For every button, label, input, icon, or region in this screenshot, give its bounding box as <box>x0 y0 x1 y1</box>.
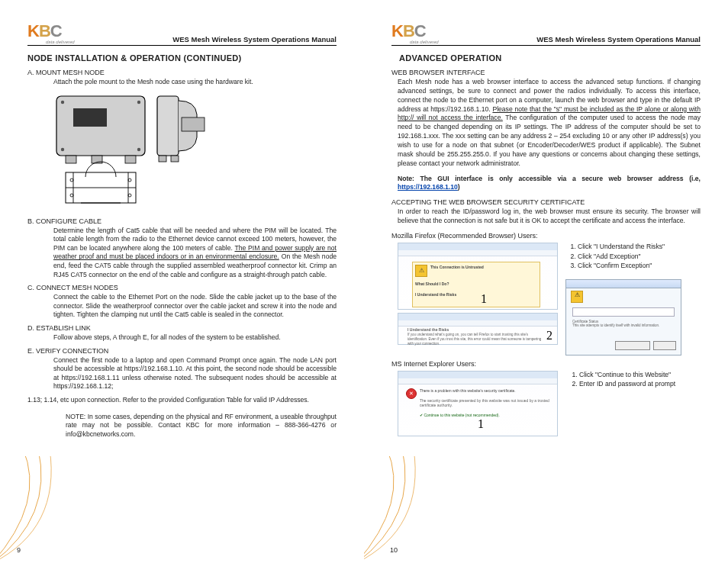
page-number-left: 9 <box>17 546 21 554</box>
ie-row: ✕ There is a problem with this website's… <box>398 371 701 436</box>
logo-c-r: C <box>414 21 426 40</box>
shield-error-icon: ✕ <box>406 388 417 399</box>
svg-point-16 <box>70 194 73 197</box>
svg-point-17 <box>128 194 131 197</box>
firefox-row: ⚠ This Connection is Untrusted What Shou… <box>398 243 701 355</box>
svg-point-3 <box>137 100 140 103</box>
step-a-label: A. MOUNT MESH NODE <box>27 69 337 76</box>
warning-icon: ⚠ <box>415 265 427 277</box>
firefox-screenshot-2: I Understand the Risks If you understand… <box>398 313 558 345</box>
para-web-interface: Each Mesh node has a web browser interfa… <box>398 78 701 169</box>
subhead-certificate: ACCEPTING THE WEB BROWSER SECURITY CERTI… <box>391 198 701 206</box>
header-rule <box>27 45 337 46</box>
ie-screenshot: ✕ There is a problem with this website's… <box>398 371 558 436</box>
ie-steps: Click "Continue to this Website" Enter I… <box>567 371 701 389</box>
svg-point-14 <box>70 179 73 182</box>
page-left: KBC data delivered WES Mesh Wireless Sys… <box>0 0 364 563</box>
step-b-body: Determine the length of Cat5 cable that … <box>53 227 337 280</box>
svg-rect-6 <box>66 156 76 163</box>
ff-step-1: Click "I Understand the Risks" <box>578 243 701 252</box>
gui-note: Note: The GUI interface is only accessib… <box>398 175 701 193</box>
svg-rect-12 <box>171 156 179 162</box>
step-c-body: Connect the cable to the Ethernet Port o… <box>53 293 337 320</box>
warning-icon-dialog: ⚠ <box>571 291 583 303</box>
svg-point-15 <box>128 179 131 182</box>
gui-note-post: ) <box>458 183 460 191</box>
section-heading-left: NODE INSTALLATION & OPERATION (CONTINUED… <box>27 53 337 63</box>
step-e-tail: 1.13; 1.14, etc upon connection. Refer t… <box>27 396 337 405</box>
section-heading-right: ADVANCED OPERATION <box>399 53 701 63</box>
callout-2: 2 <box>546 329 552 343</box>
firefox-screenshot-1: ⚠ This Connection is Untrusted What Shou… <box>398 243 558 310</box>
ie-label: MS Internet Explorer Users: <box>391 360 701 368</box>
ie-step-2: Enter ID and password at prompt <box>579 380 701 389</box>
subhead-web-interface: WEB BROWSER INTERFACE <box>391 69 701 76</box>
ie-step-1: Click "Continue to this Website" <box>579 371 701 380</box>
ff-step-2: Click "Add Exception" <box>578 253 701 262</box>
para-certificate: In order to reach the ID/password log in… <box>398 208 701 226</box>
step-d-body: Follow above steps, A through E, for all… <box>53 333 337 343</box>
footer-swoosh-left <box>0 456 92 563</box>
firefox-steps: Click "I Understand the Risks" Click "Ad… <box>565 243 701 272</box>
svg-point-5 <box>137 147 140 150</box>
gui-note-link[interactable]: https://192.168.1.10 <box>398 183 458 191</box>
dialog-button <box>653 341 676 350</box>
firefox-dialog-screenshot: ⚠ Certificate StatusThis site attempts t… <box>565 279 681 355</box>
ff-step-3: Click "Confirm Exception" <box>578 262 701 271</box>
logo-b-r: B <box>403 21 414 40</box>
footer-swoosh-right <box>364 456 456 563</box>
ie-steps-col: Click "Continue to this Website" Enter I… <box>567 371 701 436</box>
callout-1: 1 <box>481 292 487 306</box>
page-number-right: 10 <box>390 546 398 554</box>
logo-text-r: KBC <box>391 21 426 41</box>
mount-diagram <box>50 92 218 210</box>
logo-text: KBC <box>27 21 62 41</box>
callout-ie-1: 1 <box>478 417 484 431</box>
step-a-body: Attach the pole mount to the Mesh node c… <box>53 78 337 87</box>
svg-point-4 <box>61 147 64 150</box>
page-spread: KBC data delivered WES Mesh Wireless Sys… <box>0 0 728 563</box>
step-b-label: B. CONFIGURE CABLE <box>27 217 337 225</box>
page-right: KBC data delivered WES Mesh Wireless Sys… <box>364 0 728 563</box>
firefox-steps-col: Click "I Understand the Risks" Click "Ad… <box>565 243 701 355</box>
firefox-shots-col: ⚠ This Connection is Untrusted What Shou… <box>398 243 558 355</box>
svg-rect-10 <box>182 117 205 131</box>
svg-rect-1 <box>73 108 107 127</box>
dialog-button <box>615 341 650 350</box>
logo-b: B <box>39 21 50 40</box>
step-e-body: Connect the first node to a laptop and o… <box>53 356 337 391</box>
left-note: NOTE: In some cases, depending on the ph… <box>66 413 337 439</box>
step-d-label: D. ESTABLISH LINK <box>27 324 337 332</box>
logo-k-r: K <box>391 21 403 40</box>
svg-rect-8 <box>125 156 136 163</box>
step-c-label: C. CONNECT MESH NODES <box>27 284 337 291</box>
logo-k: K <box>27 21 39 40</box>
gui-note-pre: Note: The GUI interface is only accessib… <box>398 175 701 182</box>
step-e-label: E. VERIFY CONNECTION <box>27 347 337 355</box>
p1-post: The configuration of the computer used t… <box>398 114 701 166</box>
ff-screenshot-title: This Connection is Untrusted <box>430 265 484 277</box>
ff-line1: What Should I Do? <box>415 282 537 286</box>
svg-rect-9 <box>157 96 179 156</box>
logo-c: C <box>50 21 62 40</box>
svg-point-2 <box>61 100 64 103</box>
ff-line2: I Understand the Risks <box>415 292 537 297</box>
firefox-label: Mozilla Firefox (Recommended Browser) Us… <box>391 232 701 240</box>
svg-rect-11 <box>159 156 166 162</box>
header-rule-r <box>391 45 701 46</box>
